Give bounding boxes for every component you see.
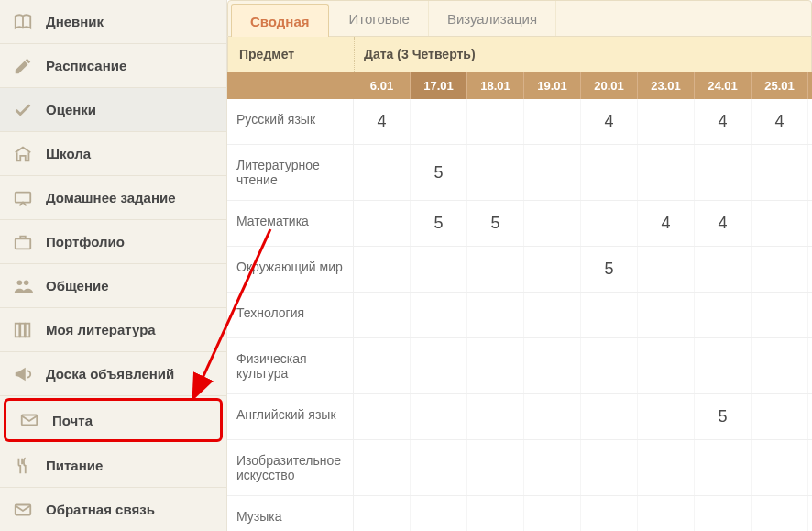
mark-cell[interactable]: [638, 293, 695, 337]
mark-cell[interactable]: [752, 394, 808, 439]
mark-cell[interactable]: [411, 496, 467, 531]
mark-cell[interactable]: [638, 496, 695, 531]
mark-cell[interactable]: [467, 496, 524, 531]
mark-cell[interactable]: 4: [752, 99, 808, 144]
date-header-3[interactable]: 19.01: [524, 72, 581, 99]
mark-cell[interactable]: [581, 145, 638, 200]
date-header-1[interactable]: 17.01: [411, 72, 467, 99]
mark-cell[interactable]: [695, 293, 752, 337]
mark-cell[interactable]: [752, 440, 808, 495]
sidebar-item-6[interactable]: Общение: [0, 264, 226, 308]
mark-cell[interactable]: 4: [695, 201, 752, 246]
mark-cell[interactable]: [467, 293, 524, 337]
mark-cell[interactable]: [524, 201, 581, 246]
mark-cell[interactable]: [354, 293, 411, 337]
mark-cell[interactable]: [354, 496, 411, 531]
mark-cell[interactable]: [411, 247, 467, 292]
mark-cell[interactable]: [524, 293, 581, 337]
mark-cell[interactable]: [752, 496, 808, 531]
mark-cell[interactable]: [411, 440, 467, 495]
sidebar-item-5[interactable]: Портфолио: [0, 220, 226, 264]
mark-cell[interactable]: [752, 338, 808, 393]
mark-cell[interactable]: 4: [354, 99, 411, 144]
mark-cell[interactable]: [354, 201, 411, 246]
mark-cell[interactable]: [581, 440, 638, 495]
sidebar-item-4[interactable]: Домашнее задание: [0, 176, 226, 220]
mark-cell[interactable]: [638, 247, 695, 292]
svg-point-3: [24, 280, 28, 285]
sidebar-item-11[interactable]: Обратная связь: [0, 488, 226, 531]
mark-cell[interactable]: [752, 293, 808, 337]
sidebar-item-3[interactable]: Школа: [0, 132, 226, 176]
mark-cell[interactable]: [638, 145, 695, 200]
mark-cell[interactable]: [638, 99, 695, 144]
mark-cell[interactable]: [354, 247, 411, 292]
mark-cell[interactable]: [354, 338, 411, 393]
mark-cell[interactable]: [581, 201, 638, 246]
sidebar-item-10[interactable]: Питание: [0, 444, 226, 488]
mark-cell[interactable]: [581, 394, 638, 439]
mark-cell[interactable]: [411, 338, 467, 393]
mark-cell[interactable]: [354, 394, 411, 439]
tab-1[interactable]: Итоговые: [331, 1, 429, 36]
mark-cell[interactable]: 5: [467, 201, 524, 246]
sidebar-item-9[interactable]: Почта: [4, 398, 223, 442]
mark-cell[interactable]: [524, 145, 581, 200]
date-header-2[interactable]: 18.01: [467, 72, 524, 99]
mark-cell[interactable]: [411, 99, 467, 144]
mark-cell[interactable]: [695, 247, 752, 292]
mark-cell[interactable]: [752, 247, 808, 292]
date-header-7[interactable]: 25.01: [752, 72, 808, 99]
mark-cell[interactable]: [695, 145, 752, 200]
sidebar-item-2[interactable]: Оценки: [0, 88, 226, 132]
mark-cell[interactable]: [467, 247, 524, 292]
mark-cell[interactable]: [524, 394, 581, 439]
mark-cell[interactable]: [695, 338, 752, 393]
tab-0[interactable]: Сводная: [231, 4, 329, 38]
sidebar-item-8[interactable]: Доска объявлений: [0, 352, 226, 396]
mark-cell[interactable]: 4: [695, 99, 752, 144]
mark-cell[interactable]: [581, 293, 638, 337]
mark-cell[interactable]: [524, 338, 581, 393]
mark-cell[interactable]: [467, 99, 524, 144]
mark-cell[interactable]: [524, 496, 581, 531]
mark-cell[interactable]: [467, 338, 524, 393]
mark-cell[interactable]: [752, 145, 808, 200]
date-header-4[interactable]: 20.01: [581, 72, 638, 99]
sidebar-item-1[interactable]: Расписание: [0, 44, 226, 88]
mark-cell[interactable]: [354, 440, 411, 495]
sidebar-item-label: Питание: [46, 458, 103, 473]
mark-cell[interactable]: [752, 201, 808, 246]
sidebar-item-0[interactable]: Дневник: [0, 0, 226, 44]
mark-cell[interactable]: [581, 338, 638, 393]
mark-cell[interactable]: [638, 394, 695, 439]
mark-cell[interactable]: [695, 496, 752, 531]
mark-cell[interactable]: 4: [581, 99, 638, 144]
mark-cell[interactable]: 5: [411, 201, 467, 246]
sidebar-item-7[interactable]: Моя литература: [0, 308, 226, 352]
mark-cell[interactable]: 4: [638, 201, 695, 246]
mark-cell[interactable]: 5: [581, 247, 638, 292]
mark-cell[interactable]: [638, 440, 695, 495]
mark-cell[interactable]: [354, 145, 411, 200]
mark-cell[interactable]: [467, 145, 524, 200]
mark-cell[interactable]: [411, 394, 467, 439]
sidebar-item-label: Оценки: [46, 102, 96, 117]
mark-cell[interactable]: 5: [695, 394, 752, 439]
mark-cell[interactable]: [581, 496, 638, 531]
mark-cell[interactable]: [411, 293, 467, 337]
mark-cell[interactable]: [467, 394, 524, 439]
mark-cell[interactable]: [695, 440, 752, 495]
mark-cell[interactable]: [524, 247, 581, 292]
mark-cell[interactable]: [638, 338, 695, 393]
table-row: Английский язык5: [227, 394, 812, 440]
date-header-5[interactable]: 23.01: [638, 72, 695, 99]
date-header-6[interactable]: 24.01: [695, 72, 752, 99]
tab-2[interactable]: Визуализация: [429, 1, 556, 36]
mark-cell[interactable]: [467, 440, 524, 495]
mark-cell[interactable]: [524, 440, 581, 495]
subject-cell: Музыка: [227, 496, 354, 531]
mark-cell[interactable]: [524, 99, 581, 144]
mark-cell[interactable]: 5: [411, 145, 467, 200]
date-header-0[interactable]: 6.01: [354, 72, 411, 99]
